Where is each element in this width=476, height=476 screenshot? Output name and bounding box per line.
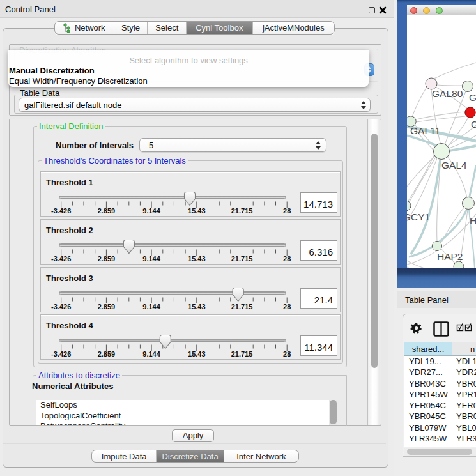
svg-text:21.715: 21.715 — [231, 255, 253, 263]
svg-text:GA: GA — [469, 92, 476, 103]
svg-text:9.144: 9.144 — [142, 207, 160, 215]
svg-text:15.43: 15.43 — [188, 255, 206, 263]
svg-text:9.144: 9.144 — [142, 303, 160, 311]
svg-text:15.43: 15.43 — [188, 303, 206, 311]
svg-text:GCY1: GCY1 — [407, 211, 430, 222]
svg-text:21.715: 21.715 — [231, 207, 253, 215]
svg-text:9.144: 9.144 — [142, 350, 160, 358]
svg-text:21.715: 21.715 — [231, 350, 253, 358]
svg-text:21.715: 21.715 — [231, 303, 253, 311]
svg-text:2.859: 2.859 — [98, 303, 116, 311]
svg-text:GAL11: GAL11 — [410, 125, 440, 136]
svg-text:2.859: 2.859 — [98, 255, 116, 263]
svg-text:-3.426: -3.426 — [51, 350, 71, 358]
svg-text:28: 28 — [283, 207, 291, 215]
svg-text:9.144: 9.144 — [142, 255, 160, 263]
svg-text:HAP2: HAP2 — [437, 251, 463, 262]
svg-text:2.859: 2.859 — [98, 350, 116, 358]
svg-text:15.43: 15.43 — [188, 350, 206, 358]
svg-text:GAL4: GAL4 — [441, 160, 467, 171]
svg-text:15.43: 15.43 — [188, 207, 206, 215]
svg-text:GAL80: GAL80 — [432, 88, 463, 99]
svg-text:-3.426: -3.426 — [51, 303, 71, 311]
svg-text:-3.426: -3.426 — [51, 207, 71, 215]
svg-text:2.859: 2.859 — [98, 207, 116, 215]
svg-text:H: H — [470, 215, 476, 226]
svg-text:28: 28 — [283, 350, 291, 358]
svg-text:28: 28 — [283, 255, 291, 263]
svg-text:28: 28 — [283, 303, 291, 311]
svg-text:C: C — [471, 119, 476, 130]
svg-text:-3.426: -3.426 — [51, 255, 71, 263]
